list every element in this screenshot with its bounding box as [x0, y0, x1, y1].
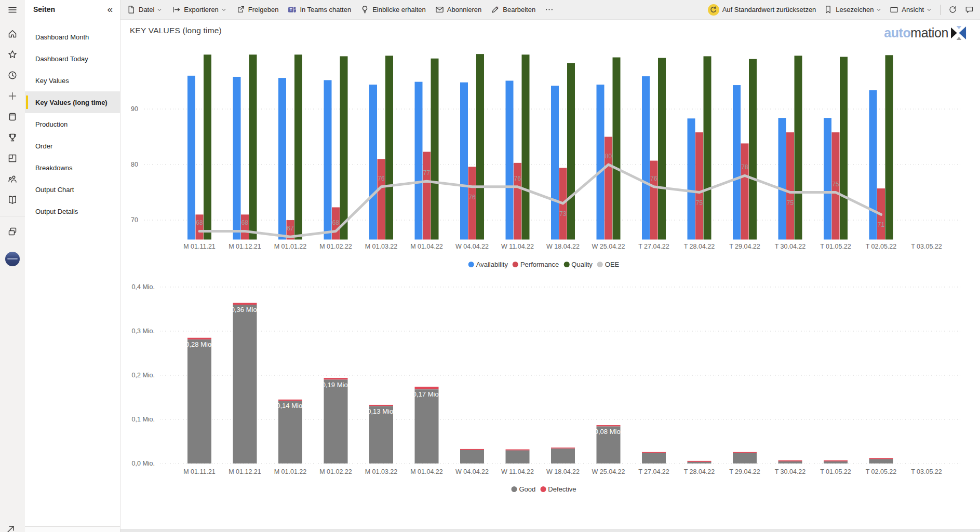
key-values-combo-chart[interactable]: 70809068686768767776767380767578757571M … — [126, 46, 972, 253]
sidebar-item-key-values-long-time[interactable]: Key Values (long time) — [25, 91, 120, 113]
bar-defective[interactable] — [187, 338, 211, 339]
bar-defective[interactable] — [415, 387, 439, 389]
output-stacked-bar-chart[interactable]: 0,0 Mio.0,1 Mio.0,2 Mio.0,3 Mio.0,4 Mio.… — [126, 282, 972, 487]
bar-defective[interactable] — [733, 452, 757, 453]
legend-item-quality[interactable]: Quality — [563, 261, 592, 268]
apps-icon[interactable] — [6, 152, 19, 165]
bar-performance[interactable] — [741, 143, 749, 239]
bar-good[interactable] — [278, 401, 302, 463]
bar-availability[interactable] — [415, 82, 423, 240]
learn-icon[interactable] — [6, 193, 19, 207]
bar-good[interactable] — [778, 461, 802, 463]
refresh-button[interactable] — [948, 5, 957, 14]
teams-chat-button[interactable]: TIn Teams chatten — [288, 5, 351, 14]
bar-availability[interactable] — [778, 118, 786, 239]
bar-defective[interactable] — [233, 303, 257, 305]
comments-button[interactable] — [965, 5, 974, 14]
sidebar-item-dashboard-today[interactable]: Dashboard Today — [25, 48, 120, 70]
legend-item-good[interactable]: Good — [511, 485, 535, 493]
bar-defective[interactable] — [551, 447, 575, 448]
bar-good[interactable] — [824, 461, 848, 463]
bar-performance[interactable] — [695, 132, 703, 240]
bar-availability[interactable] — [278, 78, 286, 239]
bar-performance[interactable] — [196, 214, 204, 239]
home-icon[interactable] — [6, 27, 19, 40]
bar-good[interactable] — [233, 305, 257, 463]
bar-performance[interactable] — [786, 132, 794, 240]
sidebar-item-production[interactable]: Production — [25, 113, 120, 135]
collapse-panel-icon[interactable]: « — [107, 6, 113, 13]
bar-good[interactable] — [551, 448, 575, 463]
bar-defective[interactable] — [460, 449, 484, 450]
bar-availability[interactable] — [551, 86, 559, 239]
bar-availability[interactable] — [460, 83, 468, 240]
bar-availability[interactable] — [824, 118, 831, 239]
bar-quality[interactable] — [204, 54, 211, 239]
bar-quality[interactable] — [385, 56, 393, 239]
file-button[interactable]: Datei — [127, 5, 163, 14]
bar-defective[interactable] — [778, 460, 802, 461]
bar-quality[interactable] — [749, 59, 757, 240]
legend-item-defective[interactable]: Defective — [540, 485, 576, 493]
bar-quality[interactable] — [840, 57, 848, 239]
bar-quality[interactable] — [704, 56, 711, 239]
bottom-scroll-area[interactable] — [120, 529, 980, 532]
bar-availability[interactable] — [506, 80, 514, 239]
bar-performance[interactable] — [241, 214, 249, 239]
bar-quality[interactable] — [340, 56, 348, 239]
view-button[interactable]: Ansicht — [890, 5, 932, 14]
bar-quality[interactable] — [658, 58, 666, 240]
legend-item-performance[interactable]: Performance — [513, 261, 559, 268]
bar-defective[interactable] — [506, 449, 530, 451]
legend-item-oee[interactable]: OEE — [597, 261, 619, 268]
menu-icon[interactable] — [6, 3, 19, 17]
bar-good[interactable] — [324, 380, 348, 464]
bar-good[interactable] — [688, 462, 711, 463]
bar-good[interactable] — [460, 450, 484, 463]
recent-icon[interactable] — [6, 69, 19, 82]
shared-icon[interactable] — [6, 172, 19, 186]
export-button[interactable]: Exportieren — [172, 5, 226, 14]
bar-defective[interactable] — [324, 378, 348, 379]
sidebar-item-output-chart[interactable]: Output Chart — [25, 179, 120, 200]
sidebar-item-dashboard-month[interactable]: Dashboard Month — [25, 26, 120, 48]
bar-availability[interactable] — [233, 77, 241, 240]
insights-button[interactable]: Einblicke erhalten — [360, 5, 426, 14]
bar-quality[interactable] — [249, 54, 257, 239]
bar-availability[interactable] — [688, 118, 695, 239]
bar-availability[interactable] — [869, 90, 877, 240]
bar-good[interactable] — [187, 339, 211, 463]
sidebar-item-output-details[interactable]: Output Details — [25, 200, 120, 222]
bar-performance[interactable] — [468, 167, 476, 239]
workspaces-icon[interactable] — [6, 225, 19, 238]
bar-good[interactable] — [506, 451, 530, 463]
favorites-icon[interactable] — [6, 48, 19, 61]
bar-performance[interactable] — [378, 159, 385, 239]
bar-performance[interactable] — [423, 152, 431, 239]
bar-quality[interactable] — [795, 56, 802, 239]
bar-defective[interactable] — [824, 460, 848, 461]
bar-quality[interactable] — [567, 63, 575, 239]
bar-quality[interactable] — [522, 54, 530, 239]
bar-availability[interactable] — [369, 85, 377, 240]
bar-performance[interactable] — [650, 161, 658, 240]
bookmarks-button[interactable]: Lesezeichen — [824, 5, 882, 14]
create-icon[interactable] — [6, 89, 19, 103]
external-link-icon[interactable] — [5, 524, 16, 532]
bar-defective[interactable] — [369, 405, 393, 406]
share-button[interactable]: Freigeben — [236, 5, 279, 14]
bar-quality[interactable] — [885, 55, 893, 239]
bar-availability[interactable] — [642, 76, 650, 240]
bar-defective[interactable] — [642, 452, 666, 453]
bar-good[interactable] — [415, 389, 439, 463]
bar-quality[interactable] — [613, 58, 621, 240]
bar-good[interactable] — [642, 453, 666, 463]
reset-default-button[interactable]: Auf Standardwert zurücksetzen — [708, 4, 816, 16]
bar-good[interactable] — [733, 453, 757, 463]
bar-defective[interactable] — [688, 461, 711, 462]
bar-defective[interactable] — [278, 400, 302, 401]
bar-quality[interactable] — [431, 59, 439, 240]
metrics-icon[interactable] — [6, 131, 19, 144]
legend-item-availability[interactable]: Availability — [468, 261, 508, 268]
edit-button[interactable]: Bearbeiten — [491, 5, 535, 14]
